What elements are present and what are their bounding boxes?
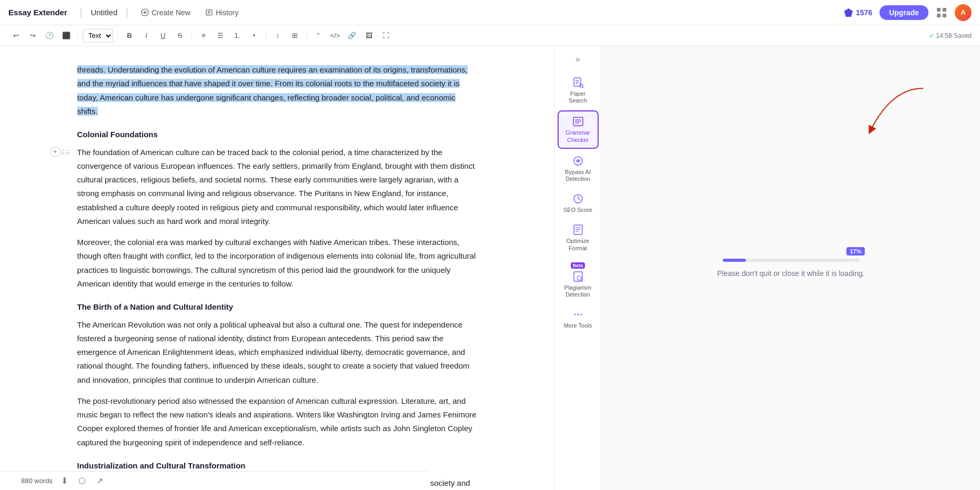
brand-logo: Essay Extender xyxy=(8,8,67,17)
svg-point-34 xyxy=(580,314,582,315)
svg-line-31 xyxy=(581,280,582,281)
document-title[interactable]: Untitled xyxy=(90,8,117,17)
optimize-format-label: Optimize Format xyxy=(561,238,595,251)
more-tools-icon xyxy=(572,309,584,320)
align-left-button[interactable]: ≡ xyxy=(196,28,211,43)
underline-button[interactable]: U xyxy=(156,28,170,43)
seo-score-icon xyxy=(572,193,584,205)
editor-area[interactable]: threads. Understanding the evolution of … xyxy=(0,46,554,490)
grammar-checker-icon xyxy=(572,116,584,127)
beta-badge: Beta xyxy=(571,262,585,269)
sidebar-tool-seo-score[interactable]: SEO Score xyxy=(558,189,599,218)
plagiarism-label: Plagiarism Detection xyxy=(561,284,595,298)
paper-search-label: Paper Search xyxy=(561,90,595,104)
redo-button[interactable]: ↪ xyxy=(25,28,40,43)
sidebar-tool-grammar-checker[interactable]: Grammar Checker xyxy=(558,110,599,148)
progress-percent-label: 17% xyxy=(846,247,864,256)
create-new-button[interactable]: Create New xyxy=(137,6,195,19)
annotation-arrow xyxy=(829,78,934,157)
avatar[interactable]: A xyxy=(955,4,972,21)
editor-content[interactable]: threads. Understanding the evolution of … xyxy=(77,63,477,490)
nav-separator: | xyxy=(80,7,83,18)
link-button[interactable]: 🔗 xyxy=(345,28,359,43)
strikethrough-button[interactable]: S xyxy=(173,28,187,43)
undo-button[interactable]: ↩ xyxy=(8,28,23,43)
unordered-list-button[interactable]: • xyxy=(247,28,261,43)
seo-score-label: SEO Score xyxy=(563,207,592,213)
bold-button[interactable]: B xyxy=(122,28,137,43)
main-layout: threads. Understanding the evolution of … xyxy=(0,46,980,490)
gems-counter: 1576 xyxy=(844,8,872,17)
download-button[interactable]: ⬇ xyxy=(59,475,70,487)
fullscreen-button[interactable]: ⛶ xyxy=(378,28,393,43)
intro-paragraph[interactable]: threads. Understanding the evolution of … xyxy=(77,63,477,118)
plagiarism-icon xyxy=(572,271,584,282)
nav-separator2: | xyxy=(126,7,128,18)
save-status: ✓ 14:58 Saved xyxy=(929,32,972,39)
sidebar-tool-more-tools[interactable]: More Tools xyxy=(558,304,599,333)
clear-button[interactable]: ⬛ xyxy=(59,28,74,43)
toolbar-separator3 xyxy=(191,30,192,41)
export-button[interactable]: ↗ xyxy=(94,475,105,487)
history-toolbar-button[interactable]: 🕐 xyxy=(42,28,57,43)
optimize-format-icon xyxy=(572,224,584,236)
code-button[interactable]: </> xyxy=(328,28,342,43)
text-style-select[interactable]: Text xyxy=(83,29,113,43)
history-icon xyxy=(205,8,213,16)
image-button[interactable]: 🖼 xyxy=(361,28,376,43)
upgrade-button[interactable]: Upgrade xyxy=(880,5,928,20)
svg-point-33 xyxy=(577,314,579,315)
svg-rect-9 xyxy=(943,8,946,12)
gems-count: 1576 xyxy=(856,8,872,17)
svg-rect-8 xyxy=(937,8,941,12)
more-tools-label: More Tools xyxy=(564,322,592,329)
section2-para2[interactable]: The post-revolutionary period also witne… xyxy=(77,394,477,450)
svg-rect-10 xyxy=(937,14,941,17)
sidebar-tool-paper-search[interactable]: Paper Search xyxy=(558,73,599,108)
toolbar-separator4 xyxy=(266,30,266,41)
progress-bar-container: 17% xyxy=(723,259,860,262)
history-button[interactable]: History xyxy=(201,6,243,19)
svg-marker-7 xyxy=(844,8,853,17)
section3-heading: Industrialization and Cultural Transform… xyxy=(77,459,477,473)
progress-bar-fill xyxy=(723,259,746,262)
right-panel: 17% Please don't quit or close it while … xyxy=(601,46,980,490)
svg-point-32 xyxy=(574,314,575,315)
add-paragraph-button[interactable]: + xyxy=(50,147,60,157)
ordered-list-button[interactable]: 1. xyxy=(230,28,245,43)
line-height-button[interactable]: ↕ xyxy=(270,28,285,43)
drag-handle[interactable]: ⠿⠿ xyxy=(60,148,70,158)
section2-heading: The Birth of a Nation and Cultural Ident… xyxy=(77,300,477,314)
editor-toolbar: ↩ ↪ 🕐 ⬛ Text B I U S ≡ ☰ 1. • ↕ ⊞ " </> … xyxy=(0,25,980,46)
quote-button[interactable]: " xyxy=(311,28,326,43)
sidebar-tool-bypass-ai[interactable]: Bypass AI Detection xyxy=(558,151,599,187)
saved-label: 14:58 Saved xyxy=(936,32,972,39)
toolbar-separator1 xyxy=(78,30,78,41)
grammar-checker-label: Grammar Checker xyxy=(562,129,594,143)
align-justify-button[interactable]: ⊞ xyxy=(287,28,302,43)
loading-section: 17% Please don't quit or close it while … xyxy=(717,259,865,278)
word-count: 880 words xyxy=(21,477,53,485)
highlighted-text[interactable]: threads. Understanding the evolution of … xyxy=(77,65,468,116)
loading-message: Please don't quit or close it while it i… xyxy=(717,269,865,278)
section1-para2[interactable]: Moreover, the colonial era was marked by… xyxy=(77,236,477,291)
section1-para1[interactable]: The foundation of American culture can b… xyxy=(77,146,477,229)
gem-icon xyxy=(844,8,853,17)
create-new-label: Create New xyxy=(151,8,190,17)
sidebar-tool-plagiarism[interactable]: Beta Plagiarism Detection xyxy=(558,258,599,302)
toolbar-separator5 xyxy=(306,30,307,41)
top-navbar: Essay Extender | Untitled | Create New H… xyxy=(0,0,980,25)
section1-heading: Colonial Foundations xyxy=(77,128,477,141)
save-checkmark: ✓ xyxy=(929,32,934,39)
italic-button[interactable]: I xyxy=(139,28,154,43)
svg-rect-11 xyxy=(943,14,946,17)
sidebar-tool-optimize-format[interactable]: Optimize Format xyxy=(558,220,599,256)
align-center-button[interactable]: ☰ xyxy=(213,28,228,43)
svg-line-17 xyxy=(582,87,583,88)
section2-para1[interactable]: The American Revolution was not only a p… xyxy=(77,318,477,387)
grid-icon[interactable] xyxy=(936,7,947,18)
copy-button[interactable]: ⬡ xyxy=(76,475,88,487)
sidebar-collapse-button[interactable]: » xyxy=(573,53,582,66)
toolbar-separator2 xyxy=(117,30,118,41)
svg-point-23 xyxy=(577,160,579,162)
